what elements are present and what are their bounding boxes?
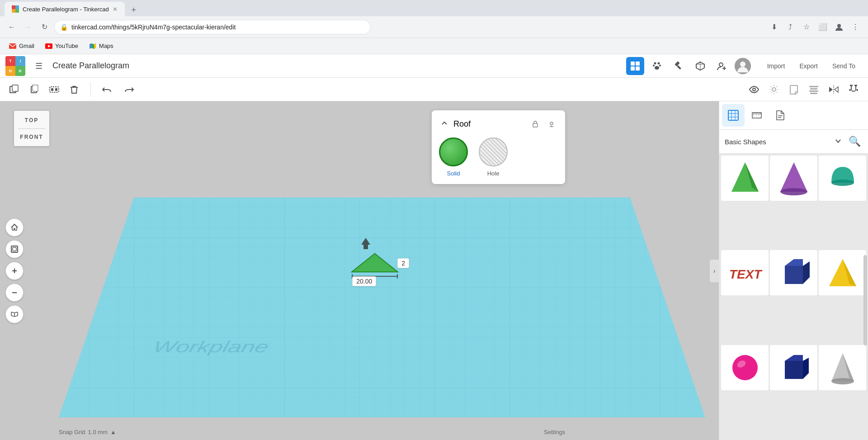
home-view-button[interactable]	[5, 218, 24, 237]
canvas-area[interactable]: TOP FRONT	[0, 101, 719, 440]
logo-cell-n: N	[5, 66, 15, 76]
note-button[interactable]	[785, 80, 803, 99]
shapes-tab-notes[interactable]	[769, 104, 792, 127]
panel-visibility-button[interactable]	[545, 118, 558, 130]
shape-item-yellow-pyramid[interactable]	[819, 250, 866, 295]
view-cube[interactable]: TOP FRONT	[14, 110, 54, 151]
bookmark-gmail[interactable]: Gmail	[5, 41, 38, 52]
bookmarks-bar: Gmail YouTube Maps	[0, 38, 868, 54]
hammer-icon	[674, 61, 684, 71]
shape-item-green-pyramid[interactable]	[721, 156, 769, 201]
delete-button[interactable]	[65, 80, 83, 99]
category-selector-row: Basic Shapes Letters Connectors Basic Sh…	[719, 130, 868, 154]
group-button[interactable]	[45, 80, 63, 99]
mirror-icon	[828, 84, 839, 95]
shape-item-silver-cone[interactable]	[819, 345, 866, 390]
mirror-button[interactable]	[825, 80, 843, 99]
svg-rect-87	[785, 361, 803, 379]
address-bar[interactable]: 🔒 tinkercad.com/things/5kRjruN4m7g-spect…	[54, 20, 371, 34]
refresh-button[interactable]: ↻	[38, 21, 51, 33]
import-export-actions: Import Export Send To	[760, 59, 863, 73]
svg-rect-2	[12, 9, 15, 13]
shape-item-purple-cone[interactable]	[770, 156, 817, 201]
shape-item-blue-box[interactable]	[770, 250, 817, 295]
browser-tab-active[interactable]: Create Parallelogram - Tinkercad ✕	[5, 2, 125, 16]
zoom-out-button[interactable]: −	[5, 284, 24, 302]
panel-collapse-button[interactable]	[439, 118, 450, 129]
svg-rect-0	[12, 5, 15, 9]
tablet-icon[interactable]: ⬜	[816, 20, 830, 34]
dimension-x-label: 20.00	[352, 276, 376, 286]
box-button[interactable]	[691, 57, 709, 75]
export-button[interactable]: Export	[792, 59, 825, 73]
dimension-y-label[interactable]: 2	[397, 258, 409, 268]
back-button[interactable]: ←	[5, 21, 18, 33]
shapes-search-button[interactable]: 🔍	[846, 133, 863, 150]
hole-option[interactable]: Hole	[479, 137, 508, 177]
copy-button[interactable]	[25, 80, 43, 99]
undo-button[interactable]	[98, 80, 116, 99]
new-tab-button[interactable]: +	[127, 4, 141, 16]
category-dropdown-btn[interactable]	[834, 137, 843, 146]
toolbar-group-edit	[5, 80, 83, 99]
svg-rect-40	[810, 93, 817, 94]
tinkercad-logo: T I N K	[5, 56, 25, 76]
paw-icon	[652, 61, 662, 71]
menu-icon-button[interactable]: ☰	[31, 58, 47, 74]
svg-point-19	[659, 65, 661, 66]
svg-marker-89	[803, 358, 809, 379]
grid-view-button[interactable]	[626, 57, 644, 75]
redo-button[interactable]	[120, 80, 138, 99]
bookmark-maps[interactable]: Maps	[85, 41, 117, 52]
shapes-tab-ruler[interactable]	[745, 104, 768, 127]
download-icon[interactable]: ⬇	[767, 20, 781, 34]
light-button[interactable]	[765, 80, 783, 99]
duplicate-button[interactable]	[5, 80, 24, 99]
group-icon	[49, 84, 60, 95]
browser-chrome: Create Parallelogram - Tinkercad ✕ + ← →…	[0, 0, 868, 54]
zoom-in-button[interactable]: +	[5, 262, 24, 280]
camera-view-button[interactable]	[745, 80, 763, 99]
bookmark-star-icon[interactable]: ☆	[799, 20, 814, 34]
collapse-sidebar-button[interactable]: ›	[710, 260, 719, 282]
forward-button[interactable]: →	[22, 21, 34, 33]
shape-item-pink-sphere[interactable]	[721, 345, 769, 390]
align-button[interactable]	[805, 80, 823, 99]
canvas-shape-roof[interactable]: 20.00 2	[343, 236, 406, 292]
profile-icon[interactable]	[832, 20, 846, 34]
svg-marker-9	[90, 43, 91, 49]
add-user-button[interactable]	[713, 57, 731, 75]
chevron-up-icon	[440, 119, 448, 128]
send-to-button[interactable]: Send To	[825, 59, 863, 73]
category-select[interactable]: Basic Shapes Letters Connectors	[725, 138, 830, 146]
perspective-button[interactable]	[5, 305, 24, 323]
panel-lock-button[interactable]	[529, 118, 542, 130]
bookmark-youtube[interactable]: YouTube	[42, 41, 82, 52]
more-icon[interactable]: ⋮	[848, 20, 863, 34]
sidebar-tabs	[719, 101, 868, 130]
shape-type-options: Solid Hole	[439, 137, 558, 177]
svg-rect-34	[55, 88, 57, 91]
svg-rect-29	[12, 85, 18, 91]
shape-properties-panel: Roof	[432, 110, 565, 184]
shape-item-teal-halfsphere[interactable]	[819, 156, 866, 201]
shapes-tab-grid[interactable]	[722, 104, 745, 127]
browser-toolbar-right: ⬇ ⤴ ☆ ⬜ ⋮	[767, 20, 863, 34]
share-icon[interactable]: ⤴	[783, 20, 797, 34]
hammer-button[interactable]	[670, 57, 688, 75]
svg-point-35	[753, 88, 755, 91]
tab-close-icon[interactable]: ✕	[113, 6, 118, 13]
grid-icon	[630, 61, 640, 71]
paw-button[interactable]	[648, 57, 666, 75]
home-icon	[10, 223, 19, 232]
fit-view-button[interactable]	[5, 240, 24, 258]
shape-item-darkblue-box[interactable]	[770, 345, 817, 390]
svg-point-78	[831, 180, 854, 186]
magnet-button[interactable]	[844, 80, 863, 99]
svg-point-85	[732, 355, 758, 380]
shape-item-text[interactable]: TEXT	[721, 250, 769, 295]
darkblue-box-svg	[778, 350, 810, 386]
shapes-sidebar: Basic Shapes Letters Connectors Basic Sh…	[719, 101, 868, 440]
solid-option[interactable]: Solid	[439, 137, 468, 177]
import-button[interactable]: Import	[760, 59, 793, 73]
